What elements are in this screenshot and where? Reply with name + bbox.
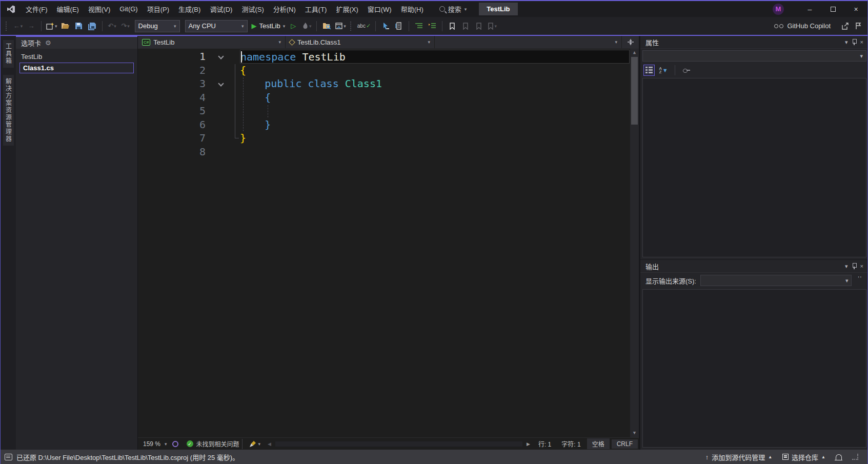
alphabetical-sort-button[interactable]: AZ ▼ — [658, 65, 669, 76]
menu-item-帮助[interactable]: 帮助(H) — [396, 1, 428, 17]
code-line[interactable]: 4 { — [138, 91, 630, 105]
toggle-bookmark-button[interactable] — [446, 19, 458, 33]
line-ending-indicator[interactable]: CRLF — [612, 439, 638, 449]
menu-item-工具[interactable]: 工具(T) — [300, 1, 332, 17]
code-text[interactable] — [240, 145, 630, 159]
split-window-button[interactable] — [622, 36, 639, 48]
previous-bookmark-button[interactable] — [459, 19, 472, 33]
property-pages-button[interactable] — [681, 65, 692, 76]
document-health-badge[interactable]: ✓ 未找到相关问题 — [187, 439, 239, 448]
column-indicator[interactable]: 字符: 1 — [556, 439, 586, 448]
object-selector-combobox[interactable]: ▾ — [642, 50, 866, 62]
code-text[interactable]: { — [240, 91, 630, 105]
menu-item-视图[interactable]: 视图(V) — [84, 1, 115, 17]
tabs-pane-header[interactable]: 选项卡 ⚙ — [16, 36, 137, 49]
close-button[interactable]: × — [844, 1, 867, 17]
zoom-control[interactable]: 159 % ▾ — [138, 440, 172, 448]
fold-margin[interactable] — [210, 50, 240, 64]
window-position-caret-icon[interactable]: ▾ — [845, 39, 848, 46]
code-text[interactable]: public class Class1 — [240, 77, 630, 91]
start-without-debugging-button[interactable]: ▷ — [287, 19, 299, 33]
code-text[interactable]: { — [240, 64, 630, 77]
github-copilot-button[interactable]: GitHub Copilot — [774, 22, 831, 30]
active-document-tab[interactable]: TestLib — [479, 3, 517, 15]
start-debugging-button[interactable]: ▶ TestLib ▾ — [251, 19, 287, 33]
navigate-back-button[interactable]: ←▾ — [12, 19, 24, 33]
new-project-button[interactable]: ▾ — [45, 19, 58, 33]
menu-item-调试[interactable]: 调试(D) — [205, 1, 237, 17]
menu-item-扩展[interactable]: 扩展(X) — [331, 1, 362, 17]
search-control[interactable]: 搜索 ▾ — [435, 3, 471, 15]
hot-reload-button[interactable]: ▾ — [300, 19, 313, 33]
user-avatar[interactable]: M — [773, 4, 784, 15]
resize-grip[interactable] — [852, 454, 858, 460]
spell-check-button[interactable]: abc ✓ — [356, 19, 372, 33]
health-indicator-icon[interactable] — [172, 441, 178, 447]
properties-header[interactable]: 属性 ▾ × — [640, 36, 868, 49]
toolbar-grip[interactable] — [350, 22, 353, 31]
menu-item-测试[interactable]: 测试(S) — [237, 1, 268, 17]
solution-explorer-home-button[interactable]: ▾ — [334, 19, 347, 33]
tool-window-tab[interactable]: 工具箱 — [3, 40, 14, 68]
code-line[interactable]: 8 — [138, 145, 630, 159]
document-list-item[interactable]: Class1.cs — [19, 63, 134, 73]
gear-icon[interactable]: ⚙ — [45, 39, 51, 47]
close-panel-icon[interactable]: × — [860, 263, 863, 269]
type-dropdown[interactable]: TestLib.Class1 ▾ — [286, 36, 435, 48]
project-dropdown[interactable]: C# TestLib ▾ — [138, 36, 286, 48]
scrollbar-thumb[interactable] — [631, 57, 638, 125]
next-bookmark-button[interactable] — [473, 19, 485, 33]
fold-margin[interactable] — [210, 118, 240, 132]
undo-button[interactable]: ↶▾ — [106, 19, 118, 33]
tool-window-tab[interactable]: 解决方案资源管理器 — [3, 75, 14, 146]
member-dropdown[interactable]: ▾ — [435, 36, 622, 48]
window-position-caret-icon[interactable]: ▾ — [845, 263, 848, 270]
vertical-scrollbar[interactable]: ▲ ▼ — [630, 49, 639, 437]
select-repository-button[interactable]: 选择仓库 ▲ — [782, 452, 825, 462]
add-to-source-control-button[interactable]: ↑ 添加到源代码管理 ▲ — [705, 452, 772, 462]
menu-item-生成[interactable]: 生成(B) — [174, 1, 205, 17]
collapse-chevron-icon[interactable] — [218, 80, 224, 86]
share-button[interactable] — [839, 19, 851, 33]
close-panel-icon[interactable]: × — [860, 39, 863, 45]
output-content[interactable] — [642, 289, 866, 448]
horizontal-scrollbar[interactable] — [275, 441, 522, 447]
code-cleanup-button[interactable]: ▾ — [249, 440, 261, 448]
comment-button[interactable] — [426, 19, 438, 33]
menu-item-文件[interactable]: 文件(F) — [21, 1, 52, 17]
solution-platform-combobox[interactable]: Any CPU ▾ — [185, 20, 248, 32]
redo-button[interactable]: ↷▾ — [119, 19, 132, 33]
fold-margin[interactable] — [210, 91, 240, 105]
fold-margin[interactable] — [210, 145, 240, 159]
code-line[interactable]: 7} — [138, 131, 630, 145]
code-text[interactable]: } — [240, 131, 630, 145]
find-in-files-button[interactable] — [320, 19, 333, 33]
clear-bookmarks-button[interactable]: ▾ — [486, 19, 498, 33]
menu-item-Git[interactable]: Git(G) — [115, 1, 142, 17]
feedback-button[interactable] — [852, 19, 864, 33]
categorized-view-button[interactable] — [643, 65, 655, 76]
scroll-up-icon[interactable]: ▲ — [633, 49, 636, 56]
pin-icon[interactable] — [852, 39, 856, 45]
navigate-forward-button[interactable]: → — [25, 19, 37, 33]
code-text[interactable] — [240, 104, 630, 118]
save-all-button[interactable] — [86, 19, 98, 33]
output-toolbar-overflow-icon[interactable]: '' — [856, 275, 863, 286]
toolbar-grip[interactable] — [6, 22, 9, 31]
code-text[interactable]: namespace TestLib — [240, 50, 630, 64]
fold-margin[interactable] — [210, 77, 240, 91]
menu-item-分析[interactable]: 分析(N) — [269, 1, 300, 17]
code-line[interactable]: 5 — [138, 104, 630, 118]
pin-icon[interactable] — [852, 263, 856, 269]
notifications-bell-icon[interactable] — [836, 454, 842, 460]
code-line[interactable]: 2{ — [138, 64, 630, 77]
outlining-guide[interactable] — [235, 64, 235, 138]
output-header[interactable]: 输出 ▾ × — [640, 260, 868, 273]
code-text-area[interactable]: 1namespace TestLib2{3 public class Class… — [138, 49, 639, 437]
open-file-button[interactable] — [59, 19, 72, 33]
fold-margin[interactable] — [210, 64, 240, 77]
code-line[interactable]: 6 } — [138, 118, 630, 132]
solution-configuration-combobox[interactable]: Debug ▾ — [135, 20, 180, 32]
code-text[interactable]: } — [240, 118, 630, 132]
code-line[interactable]: 1namespace TestLib — [138, 50, 630, 64]
